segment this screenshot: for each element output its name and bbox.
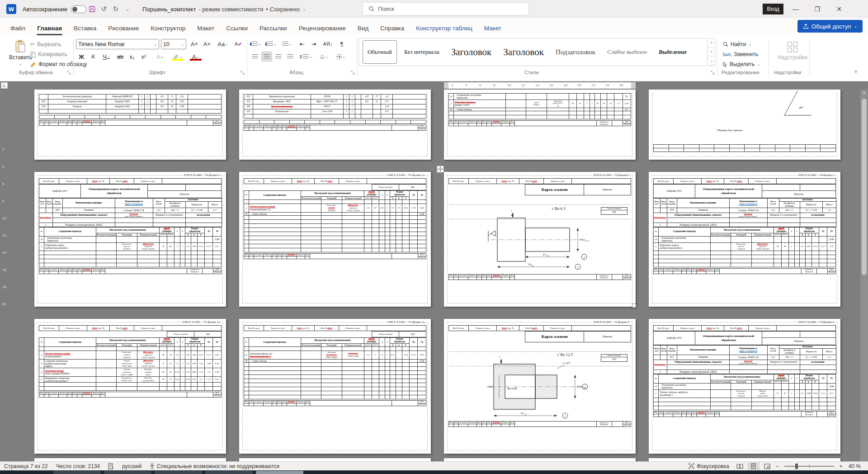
bullets-button[interactable]: ⌄ bbox=[250, 39, 263, 49]
restore-button[interactable]: ❐ bbox=[807, 0, 827, 18]
tab-вставка[interactable]: Вставка bbox=[68, 21, 102, 35]
style-заголовок[interactable]: Заголовок bbox=[447, 40, 496, 64]
highlight-button[interactable]: ⌄ bbox=[170, 52, 185, 62]
zoom-slider-thumb[interactable] bbox=[795, 464, 798, 469]
document-page-p8[interactable]: ГОСТ 3.1404 – 74 форма 1 Инв.№ подл.Подп… bbox=[649, 172, 840, 307]
document-page-p11[interactable]: ГОСТ 3.1105 – 74 форма 5 Инв.№ подл.Подп… bbox=[444, 319, 636, 454]
document-page-sliver[interactable] bbox=[444, 458, 636, 461]
collapse-ribbon-button[interactable]: ˅ bbox=[854, 69, 857, 74]
taskbar-window-button[interactable] bbox=[53, 471, 101, 474]
borders-button[interactable]: ⌄ bbox=[334, 52, 348, 62]
page-indicator[interactable]: Страница 7 из 22 bbox=[0, 462, 52, 470]
undo-button[interactable]: ↺ bbox=[98, 3, 110, 15]
zoom-slider[interactable] bbox=[784, 466, 834, 467]
document-page-sliver[interactable] bbox=[34, 458, 226, 461]
taskbar-window-button[interactable] bbox=[104, 471, 151, 474]
styles-scroll-down[interactable]: ˅ bbox=[708, 47, 715, 57]
tab-вид[interactable]: Вид bbox=[352, 21, 374, 35]
search-input[interactable]: Поиск bbox=[363, 2, 529, 15]
line-spacing-button[interactable]: ⇕⌄ bbox=[298, 52, 313, 62]
bold-button[interactable]: Ж bbox=[76, 52, 87, 62]
justify-button[interactable] bbox=[285, 52, 296, 62]
tab-файл[interactable]: Файл bbox=[5, 21, 31, 35]
font-color-button[interactable]: A⌄ bbox=[188, 52, 203, 62]
print-layout-button[interactable] bbox=[747, 462, 760, 470]
tab-макет[interactable]: Макет bbox=[478, 21, 507, 35]
taskbar-window-button[interactable] bbox=[205, 471, 253, 474]
language-indicator[interactable]: русский bbox=[118, 462, 146, 470]
show-marks-button[interactable]: ¶ bbox=[336, 39, 347, 49]
toolbar-more-icon[interactable]: ⌄ bbox=[122, 3, 133, 15]
subscript-button[interactable]: x₂ bbox=[127, 52, 137, 62]
minimize-button[interactable]: — bbox=[786, 0, 806, 18]
style-выделение[interactable]: Выделение bbox=[654, 40, 691, 64]
style-без-интервала[interactable]: Без интервала bbox=[400, 40, 444, 64]
accessibility-status[interactable]: Специальные возможности: не поддерживают… bbox=[146, 462, 283, 470]
text-effects-button[interactable]: A⌄ bbox=[153, 52, 167, 62]
save-button[interactable] bbox=[86, 3, 98, 15]
share-button[interactable]: Общий доступ ⌄ bbox=[797, 20, 863, 33]
document-page-p5[interactable]: ГОСТ 3.1404 – 74 форма 1 Инв.№ подл.Подп… bbox=[34, 172, 226, 307]
tab-ссылки[interactable]: Ссылки bbox=[221, 21, 254, 35]
shrink-font-button[interactable]: A˅ bbox=[202, 39, 212, 49]
document-page-p1[interactable]: Заготовительная (отрезная)Отрезной КР8КО… bbox=[34, 90, 226, 160]
tab-конструктор-таблиц[interactable]: Конструктор таблиц bbox=[410, 21, 478, 35]
increase-indent-button[interactable]: ⇥ bbox=[308, 39, 319, 49]
tab-главная[interactable]: Главная bbox=[31, 21, 68, 35]
document-page-p12[interactable]: ГОСТ 3.1404 – 74 форма 1 Инв.№ подл.Подп… bbox=[649, 319, 840, 454]
table-move-handle[interactable] bbox=[437, 166, 444, 173]
align-center-button[interactable] bbox=[261, 52, 272, 62]
align-left-button[interactable] bbox=[250, 52, 260, 62]
find-button[interactable]: Найти⌄ bbox=[722, 40, 753, 49]
zoom-out-button[interactable]: − bbox=[774, 462, 781, 470]
table-resize-handle[interactable] bbox=[632, 303, 636, 308]
paragraph-dialog-launcher[interactable] bbox=[351, 71, 355, 75]
proofing-button[interactable] bbox=[104, 462, 118, 470]
multilevel-list-button[interactable]: ⌄ bbox=[280, 39, 294, 49]
font-family-select[interactable]: Times New Romar⌄ bbox=[76, 39, 159, 49]
tab-рецензирование[interactable]: Рецензирование bbox=[293, 21, 352, 35]
shading-button[interactable]: ⌄ bbox=[316, 52, 331, 62]
tab-рисование[interactable]: Рисование bbox=[102, 21, 145, 35]
font-size-select[interactable]: 10⌄ bbox=[161, 39, 186, 49]
decrease-indent-button[interactable]: ⇤ bbox=[297, 39, 307, 49]
superscript-button[interactable]: x² bbox=[138, 52, 149, 62]
scrollbar-thumb[interactable] bbox=[862, 99, 867, 275]
styles-more-button[interactable]: ⌄ bbox=[708, 57, 715, 66]
select-button[interactable]: Выделить⌄ bbox=[722, 60, 762, 69]
document-page-sliver[interactable] bbox=[649, 458, 840, 461]
sort-button[interactable]: АЯ↓ bbox=[321, 39, 335, 49]
cut-button[interactable]: ✂Вырезать bbox=[29, 40, 62, 49]
tab-selector[interactable]: L bbox=[1, 82, 8, 89]
clipboard-dialog-launcher[interactable] bbox=[67, 71, 71, 75]
document-page-sliver[interactable] bbox=[239, 458, 431, 461]
document-title[interactable]: Поршень_комплект - режим совместимости •… bbox=[142, 6, 306, 13]
style-обычный[interactable]: Обычный bbox=[363, 40, 397, 64]
styles-scroll-up[interactable]: ˄ bbox=[708, 38, 715, 47]
document-canvas[interactable]: 2468101214161820 ▲ Заготовительная (отре… bbox=[0, 90, 868, 461]
signin-button[interactable]: Вход bbox=[763, 4, 783, 14]
document-page-p9[interactable]: ГОСТ 3.1404 – 74 форма 1а Инв.№ подл.Под… bbox=[34, 319, 226, 454]
read-mode-button[interactable] bbox=[734, 462, 746, 470]
font-dialog-launcher[interactable] bbox=[241, 71, 245, 75]
document-page-p4[interactable]: 46° *Размер для справок bbox=[649, 90, 840, 160]
redo-button[interactable]: ↻ bbox=[110, 3, 122, 15]
styles-dialog-launcher[interactable] bbox=[711, 71, 715, 75]
document-page-p6[interactable]: ГОСТ 3.1404 – 74 форма 1а Инв.№ подл.Под… bbox=[239, 172, 431, 307]
focus-mode-button[interactable]: Фокусировка bbox=[684, 462, 733, 470]
copy-button[interactable]: Копировать bbox=[29, 50, 69, 59]
tab-конструктор[interactable]: Конструктор bbox=[145, 21, 191, 35]
strikethrough-button[interactable]: ab bbox=[115, 52, 126, 62]
numbering-button[interactable]: ⌄ bbox=[265, 39, 278, 49]
grow-font-button[interactable]: A˄ bbox=[189, 39, 200, 49]
zoom-in-button[interactable]: + bbox=[838, 462, 844, 470]
word-count[interactable]: Число слов: 2134 bbox=[52, 462, 104, 470]
taskbar-window-button[interactable] bbox=[256, 471, 303, 474]
close-button[interactable]: ✕ bbox=[829, 0, 849, 18]
clear-format-button[interactable]: A bbox=[232, 39, 243, 49]
addins-button[interactable]: Надстройки bbox=[774, 39, 811, 62]
document-page-p7[interactable]: ГОСТ 3.1105 – 74 форма 5 Инв.№ подл.Подп… bbox=[444, 172, 636, 307]
vertical-scrollbar[interactable]: ▲ bbox=[860, 90, 868, 461]
underline-button[interactable]: Ч⌄ bbox=[99, 52, 113, 62]
tab-макет[interactable]: Макет bbox=[191, 21, 220, 35]
